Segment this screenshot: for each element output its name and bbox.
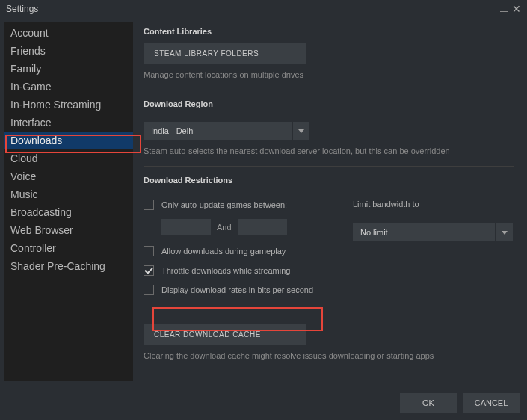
titlebar: Settings ✕ [0, 0, 527, 18]
window-title: Settings [6, 4, 38, 14]
sidebar-item-friends[interactable]: Friends [4, 42, 133, 60]
sidebar-item-music[interactable]: Music [4, 185, 133, 203]
sidebar: Account Friends Family In-Game In-Home S… [4, 22, 133, 381]
sidebar-item-downloads[interactable]: Downloads [4, 132, 133, 149]
clear-download-cache-button[interactable]: CLEAR DOWNLOAD CACHE [144, 324, 306, 345]
limit-bandwidth-label: Limit bandwidth to [353, 200, 513, 209]
time-range-row: And [161, 219, 314, 235]
footer: OK CANCEL [0, 386, 527, 420]
steam-library-folders-button[interactable]: STEAM LIBRARY FOLDERS [144, 43, 306, 64]
divider [144, 166, 514, 167]
restrictions-title: Download Restrictions [144, 176, 514, 185]
sidebar-item-voice[interactable]: Voice [4, 167, 133, 185]
sidebar-item-family[interactable]: Family [4, 60, 133, 78]
limit-select[interactable]: No limit [353, 223, 513, 241]
close-icon[interactable]: ✕ [512, 3, 521, 15]
sidebar-item-streaming[interactable]: In-Home Streaming [4, 96, 133, 114]
allow-gameplay-checkbox[interactable] [144, 246, 154, 256]
content-libraries-helper: Manage content locations on multiple dri… [144, 70, 514, 79]
divider [144, 315, 514, 315]
sidebar-item-broadcasting[interactable]: Broadcasting [4, 203, 133, 221]
region-select-dropdown[interactable] [293, 122, 309, 140]
time-start-input[interactable] [161, 219, 211, 235]
restrictions-row: Only auto-update games between: And Limi… [144, 200, 514, 246]
sidebar-item-shader[interactable]: Shader Pre-Caching [4, 257, 133, 275]
auto-update-checkbox-row: Only auto-update games between: [144, 200, 314, 210]
cancel-button[interactable]: CANCEL [463, 393, 520, 413]
restrictions-right: Limit bandwidth to No limit [353, 200, 513, 246]
sidebar-item-cloud[interactable]: Cloud [4, 149, 133, 167]
download-region-helper: Steam auto-selects the nearest download … [144, 146, 514, 155]
display-bits-label: Display download rates in bits per secon… [161, 285, 313, 294]
allow-gameplay-row: Allow downloads during gameplay [144, 246, 514, 256]
time-end-input[interactable] [238, 219, 287, 235]
main-panel: Content Libraries STEAM LIBRARY FOLDERS … [141, 22, 523, 381]
allow-gameplay-label: Allow downloads during gameplay [161, 247, 286, 256]
throttle-checkbox[interactable] [144, 265, 154, 276]
sidebar-item-web-browser[interactable]: Web Browser [4, 221, 133, 239]
sidebar-item-account[interactable]: Account [4, 24, 133, 42]
download-region-title: Download Region [144, 99, 514, 108]
limit-select-value: No limit [353, 223, 495, 241]
restrictions-left: Only auto-update games between: And [144, 200, 314, 246]
throttle-row: Throttle downloads while streaming [144, 265, 514, 276]
chevron-down-icon [298, 129, 304, 133]
region-select[interactable]: India - Delhi [144, 122, 514, 140]
limit-select-dropdown[interactable] [496, 223, 513, 241]
region-select-value: India - Delhi [144, 122, 292, 140]
auto-update-checkbox[interactable] [144, 200, 154, 210]
content-wrap: Account Friends Family In-Game In-Home S… [0, 18, 527, 386]
sidebar-item-interface[interactable]: Interface [4, 114, 133, 132]
time-and-label: And [217, 223, 232, 232]
sidebar-item-controller[interactable]: Controller [4, 239, 133, 257]
content-libraries-title: Content Libraries [144, 27, 514, 36]
chevron-down-icon [502, 231, 508, 235]
settings-window: Settings ✕ Account Friends Family In-Gam… [0, 0, 527, 420]
minimize-icon[interactable] [500, 11, 508, 12]
display-bits-row: Display download rates in bits per secon… [144, 285, 514, 295]
titlebar-controls: ✕ [500, 3, 521, 15]
throttle-label: Throttle downloads while streaming [161, 266, 290, 275]
sidebar-item-in-game[interactable]: In-Game [4, 78, 133, 96]
display-bits-checkbox[interactable] [144, 285, 154, 295]
auto-update-label: Only auto-update games between: [161, 200, 287, 209]
ok-button[interactable]: OK [400, 393, 457, 413]
cache-helper: Clearing the download cache might resolv… [144, 351, 514, 360]
divider [144, 90, 514, 90]
